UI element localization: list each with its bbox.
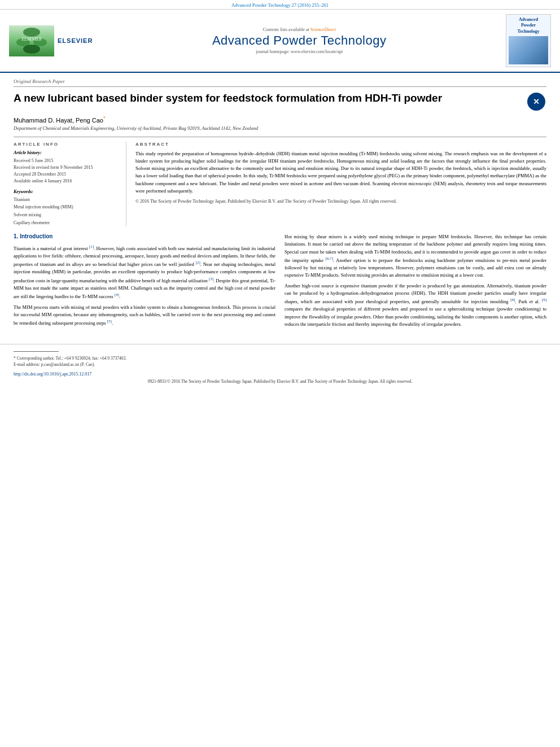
received-date: Received 5 June 2015	[14, 158, 119, 164]
affiliation-text: Department of Chemical and Materials Eng…	[14, 125, 546, 131]
journal-header: ELSEVIER ELSEVIER Contents lists availab…	[0, 10, 560, 73]
abstract-text: This study reported the preparation of h…	[135, 150, 546, 195]
svg-point-0	[23, 28, 40, 37]
elsevier-text-label: ELSEVIER	[58, 37, 93, 44]
corresponding-author-mark: *	[103, 115, 106, 121]
svg-point-3	[23, 45, 40, 54]
doi-link[interactable]: http://dx.doi.org/10.1016/j.apt.2015.12.…	[14, 372, 91, 377]
crossmark-badge: ✕	[526, 91, 546, 112]
apt-thumbnail-title: AdvancedPowderTechnology	[509, 17, 548, 34]
sci-direct-label: Contents lists available at ScienceDirec…	[98, 27, 500, 32]
ref-1: [1]	[89, 244, 94, 249]
author-names: Muhammad D. Hayat, Peng Cao	[14, 117, 103, 124]
email-footnote: E-mail address: p.cao@auckland.ac.nz (P.…	[14, 361, 546, 368]
abstract-copyright: © 2016 The Society of Powder Technology …	[135, 198, 546, 205]
accepted-date: Accepted 28 December 2015	[14, 171, 119, 178]
revised-date: Received in revised form 9 November 2015	[14, 164, 119, 171]
journal-reference-bar: Advanced Powder Technology 27 (2016) 255…	[0, 0, 560, 10]
intro-section-title: 1. Introduction	[14, 233, 275, 239]
abstract-column: ABSTRACT This study reported the prepara…	[135, 142, 546, 226]
article-info-heading: ARTICLE INFO	[14, 142, 119, 147]
crossmark-icon: ✕	[527, 93, 545, 111]
journal-reference-text: Advanced Powder Technology 27 (2016) 255…	[231, 2, 329, 8]
keyword-titanium: Titanium	[14, 196, 119, 204]
ref-8: [8]	[510, 298, 515, 302]
footnote-divider	[14, 351, 59, 352]
paper-title-area: A new lubricant based binder system for …	[14, 91, 546, 112]
right-paragraph-1: Hot mixing by shear mixers is a widely u…	[285, 233, 546, 279]
introduction-section: 1. Introduction Titanium is a material o…	[14, 233, 546, 331]
sci-direct-link[interactable]: ScienceDirect	[310, 27, 336, 32]
ref-3: [3]	[209, 277, 213, 281]
abstract-heading: ABSTRACT	[135, 142, 546, 147]
intro-right-column: Hot mixing by shear mixers is a widely u…	[285, 233, 546, 331]
journal-title: Advanced Powder Technology	[98, 33, 500, 48]
ref-2: [2]	[196, 260, 200, 265]
keyword-mim: Metal injection moulding (MIM)	[14, 203, 119, 211]
journal-center-info: Contents lists available at ScienceDirec…	[98, 27, 500, 54]
footer-copyright-text: 0921-8831/© 2016 The Society of Powder T…	[14, 379, 546, 384]
right-paragraph-2: Another high-cost source is expensive ti…	[285, 282, 546, 328]
ref-4: [4]	[115, 292, 119, 297]
corresponding-author-footnote: * Corresponding author. Tel.: +64 9 9236…	[14, 355, 546, 361]
ref-6-7: [6,7]	[326, 256, 333, 261]
available-date: Available online 4 January 2016	[14, 178, 119, 185]
article-type-label: Original Research Paper	[14, 78, 546, 87]
authors-line: Muhammad D. Hayat, Peng Cao*	[14, 115, 546, 124]
apt-thumbnail-image	[509, 36, 548, 64]
main-content: Original Research Paper A new lubricant …	[0, 73, 560, 337]
page-footer: * Corresponding author. Tel.: +64 9 9236…	[0, 344, 560, 388]
intro-paragraph-1: Titanium is a material of great interest…	[14, 244, 275, 300]
history-label: Article history:	[14, 150, 119, 155]
journal-homepage: journal homepage: www.elsevier.com/locat…	[98, 49, 500, 54]
svg-text:ELSEVIER: ELSEVIER	[21, 37, 42, 42]
paper-title: A new lubricant based binder system for …	[14, 91, 520, 106]
elsevier-graphic: ELSEVIER	[9, 25, 54, 56]
keywords-label: Keywords:	[14, 189, 119, 194]
ref-9: [9]	[542, 298, 546, 302]
article-info-abstract-section: ARTICLE INFO Article history: Received 5…	[14, 137, 546, 226]
keyword-solvent: Solvent mixing	[14, 211, 119, 219]
journal-thumbnail: AdvancedPowderTechnology	[506, 14, 551, 67]
keyword-capillary: Capillary rheometer	[14, 219, 119, 227]
intro-left-column: 1. Introduction Titanium is a material o…	[14, 233, 275, 331]
elsevier-logo-area: ELSEVIER ELSEVIER	[9, 25, 93, 56]
keywords-section: Keywords: Titanium Metal injection mould…	[14, 189, 119, 226]
article-info-column: ARTICLE INFO Article history: Received 5…	[14, 142, 126, 226]
ref-5: [5]	[107, 319, 112, 324]
intro-paragraph-2: The MIM process starts with mixing of me…	[14, 304, 275, 327]
